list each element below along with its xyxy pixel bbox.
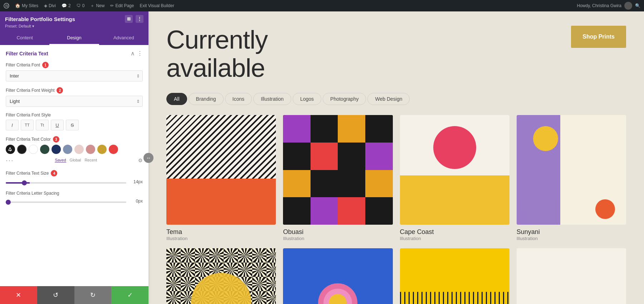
panel-title-text: Filterable Portfolio Settings — [5, 16, 75, 22]
wp-logo[interactable]: W — [4, 3, 9, 9]
user-avatar — [624, 2, 632, 10]
exit-builder-link[interactable]: Exit Visual Builder — [140, 3, 174, 8]
font-style-buttons: I TT Tt U S — [6, 120, 143, 130]
more-colors-button[interactable]: ··· — [6, 156, 14, 164]
portfolio-category-cape-coast: Illustration — [400, 236, 509, 241]
letter-spacing-slider-row: 0px — [6, 198, 143, 204]
page-title: Currentlyavailable — [166, 26, 268, 82]
undo-button[interactable]: ↺ — [37, 286, 74, 304]
portfolio-category-tema: Illustration — [166, 236, 276, 241]
font-label: Filter Criteria Font 1 — [6, 62, 143, 68]
panel-icon-menu[interactable]: ⋮ — [136, 15, 143, 23]
cancel-button[interactable]: ✕ — [0, 286, 37, 304]
filter-tab-logos[interactable]: Logos — [293, 93, 321, 105]
color-swatch-dark-green[interactable] — [40, 145, 49, 154]
letter-spacing-slider[interactable] — [6, 201, 126, 203]
portfolio-item-5[interactable] — [166, 248, 276, 304]
collapse-button[interactable]: ∧ — [131, 51, 135, 56]
panel-bottom-buttons: ✕ ↺ ↻ ✓ — [0, 286, 148, 304]
portfolio-item-obuasi[interactable]: Obuasi Illustration — [283, 115, 392, 241]
global-colors-tab[interactable]: Global — [70, 158, 81, 163]
color-settings-icon[interactable]: ⚙ — [138, 158, 143, 163]
font-style-field-group: Filter Criteria Font Style I TT Tt U S — [6, 113, 143, 130]
filter-tabs-bar: All Branding Icons Illustration Logos Ph… — [166, 93, 626, 105]
text-color-badge: 3 — [53, 136, 59, 143]
text-size-slider[interactable] — [6, 182, 126, 184]
preset-selector[interactable]: Preset: Default ▾ — [5, 24, 143, 29]
page-header: Currentlyavailable Shop Prints — [166, 26, 626, 82]
panel-icon-grid[interactable]: ⊞ — [125, 15, 133, 23]
font-select[interactable]: Inter — [6, 70, 143, 81]
color-swatch-pink[interactable] — [86, 145, 95, 154]
uppercase-button[interactable]: TT — [21, 120, 34, 130]
divi-link[interactable]: ◈ Divi — [44, 3, 56, 8]
portfolio-item-sunyani[interactable]: Sunyani Illustration — [517, 115, 626, 241]
font-weight-select-wrapper: Light Regular Bold ⇕ — [6, 96, 143, 107]
section-actions: ∧ ⋮ — [131, 50, 143, 57]
shop-prints-button[interactable]: Shop Prints — [571, 26, 626, 48]
capitalize-button[interactable]: Tt — [36, 120, 49, 130]
portfolio-name-obuasi: Obuasi — [283, 228, 392, 236]
filter-tab-illustration[interactable]: Illustration — [253, 93, 291, 105]
portfolio-item-8[interactable] — [517, 248, 626, 304]
color-swatch-slate-blue[interactable] — [63, 145, 72, 154]
portfolio-item-tema[interactable]: Tema Illustration — [166, 115, 276, 241]
text-size-slider-row: 14px — [6, 179, 143, 185]
color-swatch-dark-blue[interactable] — [52, 145, 61, 154]
letter-spacing-field-group: Filter Criteria Letter Spacing 0px — [6, 191, 143, 204]
svg-text:W: W — [5, 4, 9, 8]
font-field-group: Filter Criteria Font 1 Inter ⇕ — [6, 62, 143, 81]
tab-advanced[interactable]: Advanced — [99, 31, 148, 45]
panel-content-area: Filter Criteria Text ∧ ⋮ Filter Criteria… — [0, 45, 148, 286]
redo-button[interactable]: ↻ — [74, 286, 112, 304]
underline-button[interactable]: U — [51, 120, 64, 130]
filter-tab-photography[interactable]: Photography — [323, 93, 366, 105]
italic-button[interactable]: I — [6, 120, 19, 130]
color-picker-button[interactable] — [6, 145, 15, 154]
saved-colors-tab[interactable]: Saved — [55, 158, 66, 163]
strikethrough-button[interactable]: S — [66, 120, 79, 130]
portfolio-item-7[interactable] — [400, 248, 509, 304]
section-menu-button[interactable]: ⋮ — [137, 50, 143, 57]
portfolio-item-6[interactable]: ··· — [283, 248, 392, 304]
comment-icon: 💬 — [62, 3, 67, 8]
portfolio-thumb-obuasi — [283, 115, 392, 224]
font-badge: 1 — [42, 62, 49, 68]
color-swatch-gold[interactable] — [97, 145, 107, 154]
tab-content[interactable]: Content — [0, 31, 49, 45]
color-swatch-white[interactable] — [29, 145, 38, 154]
tab-design[interactable]: Design — [49, 31, 99, 45]
filter-tab-all[interactable]: All — [166, 93, 187, 105]
portfolio-item-cape-coast[interactable]: Cape Coast Illustration — [400, 115, 509, 241]
panel-title-row: Filterable Portfolio Settings ⊞ ⋮ — [5, 15, 143, 23]
font-weight-select[interactable]: Light Regular Bold — [6, 96, 143, 107]
font-select-wrapper: Inter ⇕ — [6, 70, 143, 81]
filter-tab-branding[interactable]: Branding — [189, 93, 224, 105]
section-title: Filter Criteria Text — [6, 51, 48, 56]
filter-tab-icons[interactable]: Icons — [225, 93, 252, 105]
letter-spacing-label: Filter Criteria Letter Spacing — [6, 191, 143, 196]
search-icon[interactable]: 🔍 — [635, 3, 640, 8]
color-tabs: Saved Global Recent — [55, 158, 97, 163]
new-link[interactable]: ＋ New — [90, 3, 104, 9]
resize-handle[interactable]: ↔ — [143, 153, 153, 163]
portfolio-category-sunyani: Illustration — [517, 236, 626, 241]
filter-tab-web-design[interactable]: Web Design — [367, 93, 410, 105]
color-swatch-red[interactable] — [109, 145, 118, 154]
comments-link[interactable]: 💬 2 — [62, 3, 71, 8]
divi-icon: ◈ — [44, 3, 47, 8]
font-weight-field-group: Filter Criteria Font Weight 2 Light Regu… — [6, 87, 143, 107]
font-style-label: Filter Criteria Font Style — [6, 113, 143, 118]
section-header: Filter Criteria Text ∧ ⋮ — [6, 50, 143, 57]
home-icon: 🏠 — [15, 3, 20, 8]
recent-colors-tab[interactable]: Recent — [84, 158, 97, 163]
speech-link[interactable]: 🗨 0 — [77, 3, 85, 8]
color-swatch-light-pink[interactable] — [74, 145, 84, 154]
portfolio-thumb-sunyani — [517, 115, 626, 224]
my-sites-link[interactable]: 🏠 My Sites — [15, 3, 38, 8]
text-color-label: Filter Criteria Text Color 3 — [6, 136, 143, 143]
edit-page-link[interactable]: ✏ Edit Page — [110, 3, 134, 8]
portfolio-thumb-cape-coast — [400, 115, 509, 224]
color-swatch-black-active[interactable] — [17, 145, 26, 154]
save-button[interactable]: ✓ — [111, 286, 148, 304]
